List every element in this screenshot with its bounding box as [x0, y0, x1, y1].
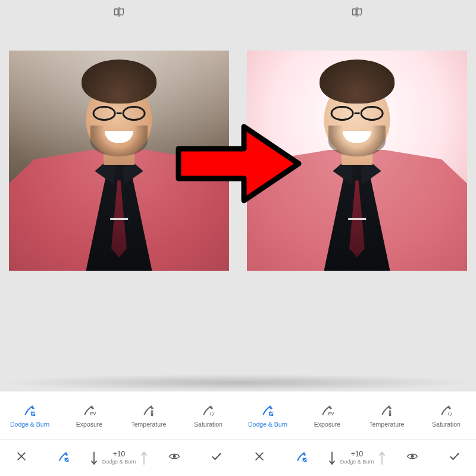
eye-icon	[406, 450, 418, 465]
tool-tabs-row: Dodge & Burn EV Exposure	[0, 392, 476, 439]
svg-text:EV: EV	[328, 411, 334, 416]
decrease-button[interactable]	[89, 450, 99, 466]
increase-button[interactable]	[139, 450, 149, 466]
svg-rect-0	[115, 9, 118, 15]
tab-label: Saturation	[432, 421, 461, 428]
tab-label: Temperature	[131, 421, 167, 428]
brush-tool-button[interactable]	[280, 440, 322, 476]
svg-rect-4	[151, 411, 152, 414]
cancel-button[interactable]	[0, 440, 42, 476]
brush-dodge-burn-icon	[261, 403, 275, 417]
tab-saturation[interactable]: Saturation	[178, 392, 238, 439]
tab-label: Temperature	[369, 421, 405, 428]
stepper-label: Dodge & Burn	[102, 459, 136, 465]
tab-dodge-burn[interactable]: Dodge & Burn	[238, 392, 298, 439]
brush-icon	[296, 450, 308, 465]
check-icon	[211, 450, 223, 465]
stepper-label: Dodge & Burn	[340, 459, 374, 465]
svg-rect-14	[303, 458, 307, 462]
top-bar	[0, 0, 476, 24]
tab-temperature[interactable]: Temperature	[357, 392, 416, 439]
brush-temperature-icon	[380, 403, 394, 417]
tab-label: Dodge & Burn	[248, 421, 287, 428]
increase-button[interactable]	[377, 450, 387, 466]
value-stepper: +10 Dodge & Burn	[323, 450, 391, 466]
svg-point-6	[210, 412, 214, 415]
brush-temperature-icon	[142, 403, 156, 417]
brush-exposure-icon: EV	[320, 403, 334, 417]
preview-button[interactable]	[153, 440, 195, 476]
preview-button[interactable]	[391, 440, 433, 476]
decrease-button[interactable]	[327, 450, 337, 466]
stepper-value: +10	[351, 450, 363, 459]
svg-rect-12	[65, 458, 69, 462]
transition-arrow-icon	[173, 116, 303, 211]
tab-label: Saturation	[194, 421, 223, 428]
svg-point-15	[411, 455, 414, 458]
tab-label: Dodge & Burn	[10, 421, 49, 428]
close-icon	[15, 450, 27, 465]
brush-icon	[58, 450, 70, 465]
compare-icon[interactable]	[113, 6, 125, 18]
stepper-value: +10	[113, 450, 125, 459]
tab-exposure[interactable]: EV Exposure	[60, 392, 119, 439]
brush-saturation-icon	[201, 403, 215, 417]
svg-text:EV: EV	[90, 411, 96, 416]
tab-exposure[interactable]: EV Exposure	[298, 392, 357, 439]
compare-icon[interactable]	[351, 6, 363, 18]
svg-point-10	[389, 414, 391, 416]
brush-dodge-burn-icon	[23, 403, 37, 417]
check-icon	[449, 450, 461, 465]
svg-rect-9	[389, 411, 390, 414]
svg-point-5	[151, 414, 153, 416]
brush-saturation-icon	[439, 403, 453, 417]
close-icon	[253, 450, 265, 465]
brush-tool-button[interactable]	[42, 440, 84, 476]
svg-point-13	[173, 455, 176, 458]
tab-label: Exposure	[76, 421, 102, 428]
value-stepper: +10 Dodge & Burn	[85, 450, 153, 466]
tab-saturation[interactable]: Saturation	[416, 392, 476, 439]
apply-button[interactable]	[434, 440, 476, 476]
cancel-button[interactable]	[238, 440, 280, 476]
apply-button[interactable]	[196, 440, 238, 476]
eye-icon	[168, 450, 180, 465]
tab-dodge-burn[interactable]: Dodge & Burn	[0, 392, 60, 439]
action-row: +10 Dodge & Burn	[0, 439, 476, 476]
comparison-area	[0, 24, 476, 321]
svg-rect-1	[353, 9, 356, 15]
tab-temperature[interactable]: Temperature	[119, 392, 178, 439]
brush-exposure-icon: EV	[82, 403, 96, 417]
tab-label: Exposure	[314, 421, 340, 428]
svg-point-11	[448, 412, 452, 415]
